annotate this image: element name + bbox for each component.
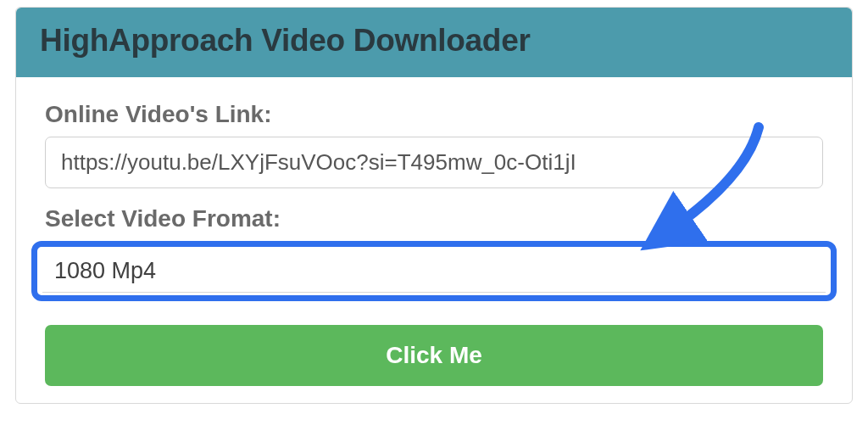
link-input[interactable] <box>45 137 823 188</box>
submit-button[interactable]: Click Me <box>45 325 823 386</box>
card-body: Online Video's Link: Select Video Fromat… <box>16 77 852 403</box>
card-title: HighApproach Video Downloader <box>40 23 828 59</box>
format-label: Select Video Fromat: <box>45 205 823 232</box>
select-inner-border <box>42 292 826 293</box>
format-select[interactable] <box>37 247 831 295</box>
card-header: HighApproach Video Downloader <box>16 8 852 77</box>
link-label: Online Video's Link: <box>45 101 823 128</box>
format-select-highlight <box>31 241 837 301</box>
downloader-card: HighApproach Video Downloader Online Vid… <box>15 7 853 404</box>
